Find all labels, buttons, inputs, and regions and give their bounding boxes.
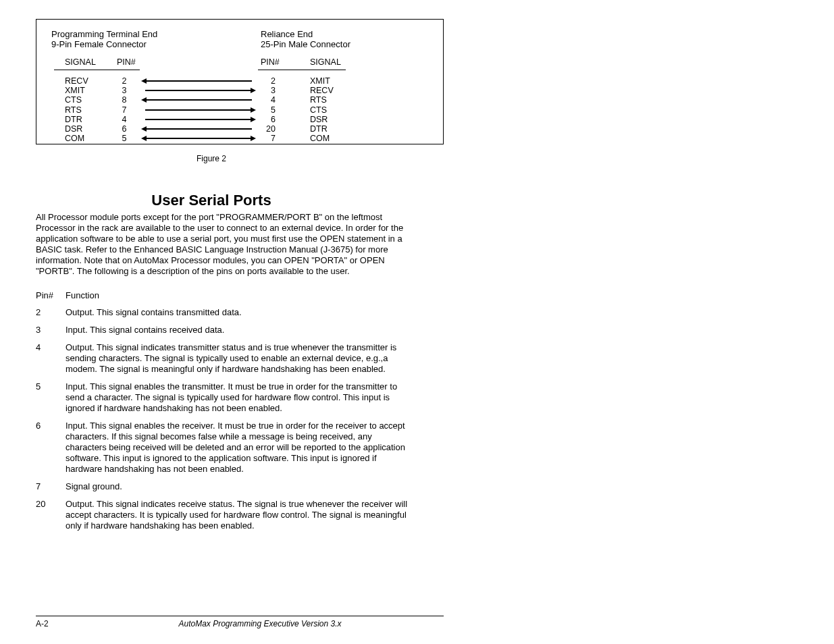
signal-right: COM	[310, 134, 330, 143]
figure-caption: Figure 2	[144, 154, 279, 163]
pin-number: 7	[36, 481, 66, 492]
pin-header-number: Pin#	[36, 290, 66, 300]
pin-right: 4	[266, 95, 276, 105]
signal-right: RTS	[310, 95, 327, 105]
right-connector-header: Reliance End 25-Pin Male Connector	[261, 29, 350, 49]
diagram-row: XMIT33RECV	[51, 86, 428, 95]
arrow-icon	[141, 109, 256, 111]
signal-left: CTS	[65, 95, 82, 105]
arrow-icon	[141, 128, 256, 130]
pin-left: 6	[121, 124, 128, 134]
pin-function-table: Pin# Function 2Output. This signal conta…	[36, 290, 444, 531]
pin-number: 20	[36, 499, 66, 531]
section-heading: User Serial Ports	[36, 192, 387, 209]
pin-left: 8	[121, 95, 128, 105]
pin-function-row: 20Output. This signal indicates receive …	[36, 499, 414, 531]
pin-right: 7	[266, 134, 276, 143]
signal-right: CTS	[310, 105, 327, 115]
pin-right: 3	[266, 86, 276, 95]
pin-header-function: Function	[66, 290, 99, 300]
arrow-icon	[141, 119, 256, 120]
signal-left: XMIT	[65, 86, 85, 95]
pin-right: 2	[266, 76, 276, 86]
pin-right: 20	[266, 124, 276, 134]
intro-paragraph: All Processor module ports except for th…	[36, 212, 411, 277]
right-header-line1: Reliance End	[261, 29, 350, 39]
pin-function-text: Input. This signal contains received dat…	[66, 325, 414, 336]
arrow-icon	[141, 138, 256, 139]
pin-left: 4	[121, 115, 128, 124]
diagram-row: RECV22XMIT	[51, 76, 428, 86]
signal-left: COM	[65, 134, 84, 143]
left-header-line1: Programming Terminal End	[51, 29, 157, 39]
col-header-pin-right: PIN#	[261, 57, 280, 67]
pin-function-row: 2Output. This signal contains transmitte…	[36, 307, 414, 318]
pin-left: 7	[121, 105, 128, 115]
footer-title: AutoMax Programming Executive Version 3.…	[76, 619, 444, 628]
pin-left: 3	[121, 86, 128, 95]
page-number: A-2	[36, 619, 76, 628]
pin-number: 6	[36, 421, 66, 475]
diagram-row: RTS75CTS	[51, 105, 428, 115]
pin-left: 5	[121, 134, 128, 143]
diagram-row: COM57COM	[51, 134, 428, 143]
diagram-row: DSR620DTR	[51, 124, 428, 134]
signal-right: DTR	[310, 124, 328, 134]
pin-left: 2	[121, 76, 128, 86]
signal-right: RECV	[310, 86, 334, 95]
pin-function-row: 7Signal ground.	[36, 481, 414, 492]
left-connector-header: Programming Terminal End 9-Pin Female Co…	[51, 29, 157, 49]
pin-right: 6	[266, 115, 276, 124]
pin-function-text: Output. This signal indicates receive st…	[66, 499, 414, 531]
arrow-icon	[141, 90, 256, 91]
signal-left: RTS	[65, 105, 82, 115]
col-header-signal-right: SIGNAL	[310, 57, 341, 67]
diagram-row: DTR46DSR	[51, 115, 428, 124]
diagram-row: CTS84RTS	[51, 95, 428, 105]
col-header-pin-left: PIN#	[117, 57, 136, 67]
pin-right: 5	[266, 105, 276, 115]
pin-function-text: Output. This signal contains transmitted…	[66, 307, 414, 318]
left-header-line2: 9-Pin Female Connector	[51, 39, 157, 49]
arrow-icon	[141, 99, 256, 101]
page-footer: A-2 AutoMax Programming Executive Versio…	[36, 616, 444, 628]
signal-right: DSR	[310, 115, 328, 124]
arrow-icon	[141, 80, 256, 82]
col-header-signal-left: SIGNAL	[65, 57, 96, 67]
pin-function-text: Input. This signal enables the transmitt…	[66, 381, 414, 414]
right-header-line2: 25-Pin Male Connector	[261, 39, 350, 49]
signal-left: RECV	[65, 76, 88, 86]
pin-number: 4	[36, 342, 66, 375]
pin-function-text: Output. This signal indicates transmitte…	[66, 342, 414, 375]
signal-left: DTR	[65, 115, 82, 124]
pin-number: 3	[36, 325, 66, 336]
pinout-diagram: Programming Terminal End 9-Pin Female Co…	[36, 19, 444, 144]
pin-number: 5	[36, 381, 66, 414]
signal-right: XMIT	[310, 76, 330, 86]
pin-function-row: 6Input. This signal enables the receiver…	[36, 421, 414, 475]
pin-function-text: Signal ground.	[66, 481, 414, 492]
signal-left: DSR	[65, 124, 82, 134]
pin-function-row: 4Output. This signal indicates transmitt…	[36, 342, 414, 375]
pin-number: 2	[36, 307, 66, 318]
pin-function-row: 3Input. This signal contains received da…	[36, 325, 414, 336]
pin-function-text: Input. This signal enables the receiver.…	[66, 421, 414, 475]
pin-function-row: 5Input. This signal enables the transmit…	[36, 381, 414, 414]
